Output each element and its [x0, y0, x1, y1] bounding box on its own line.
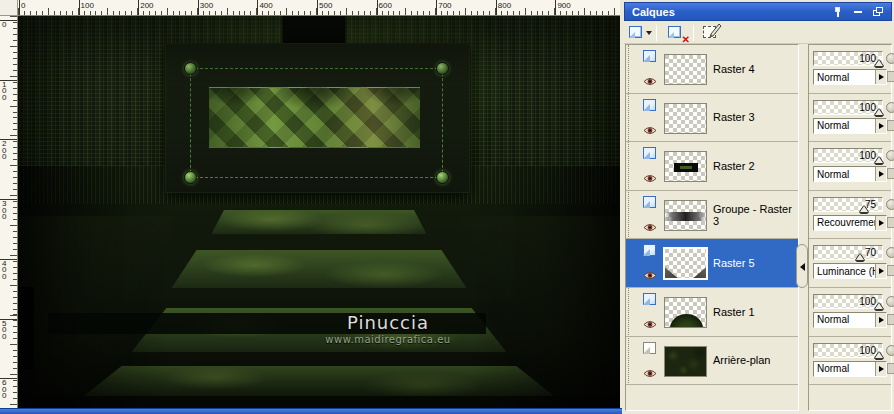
opacity-slider-handle[interactable] [875, 303, 883, 309]
lock-icon[interactable] [886, 247, 894, 258]
layer-row[interactable]: Arrière-plan [626, 337, 798, 386]
collapse-handle[interactable] [796, 244, 808, 288]
opacity-slider-handle[interactable] [875, 60, 883, 66]
dropdown-arrow-icon[interactable] [875, 264, 886, 278]
visibility-eye-icon[interactable] [643, 72, 657, 82]
minimize-icon[interactable] [851, 6, 865, 18]
visibility-eye-icon[interactable] [643, 169, 657, 179]
ruler-label: 5 0 0 [2, 321, 6, 341]
palette-splitter[interactable] [799, 44, 808, 411]
link-toggle-icon[interactable] [887, 217, 894, 228]
layer-thumbnail[interactable] [664, 151, 707, 182]
lock-icon[interactable] [886, 53, 894, 64]
blend-mode-dropdown[interactable]: Normal [813, 361, 887, 377]
dropdown-arrow-icon[interactable] [875, 216, 886, 230]
pin-icon[interactable] [831, 6, 845, 18]
opacity-slider[interactable]: 100 [813, 343, 883, 358]
layer-thumbnail[interactable] [664, 200, 707, 231]
lock-icon[interactable] [886, 199, 894, 210]
lock-icon[interactable] [886, 296, 894, 307]
blend-mode-dropdown[interactable]: Normal [813, 69, 887, 85]
image-canvas[interactable]: Pinuccia www.maidiregrafica.eu [18, 16, 620, 408]
layer-type-icon [642, 50, 658, 64]
dropdown-arrow-icon[interactable] [875, 362, 886, 376]
layer-thumbnail[interactable] [664, 297, 707, 328]
layer-name: Groupe - Raster 3 [713, 191, 798, 239]
layer-type-icon [642, 342, 658, 356]
edit-selection-button[interactable] [702, 23, 726, 43]
layer-row[interactable]: Raster 1 [626, 288, 798, 337]
link-toggle-icon[interactable] [887, 363, 894, 374]
dropdown-arrow-icon[interactable] [875, 70, 886, 84]
opacity-value: 100 [859, 53, 876, 64]
delete-layer-button[interactable]: ✕ [665, 23, 689, 43]
opacity-slider[interactable]: 100 [813, 51, 883, 66]
layer-type-icon [642, 99, 658, 113]
blend-mode-value: Normal [814, 72, 875, 83]
opacity-slider[interactable]: 100 [813, 294, 883, 309]
visibility-eye-icon[interactable] [643, 315, 657, 325]
opacity-slider[interactable]: 75 [813, 197, 883, 212]
opacity-value: 100 [859, 296, 876, 307]
layer-row-selected[interactable]: Raster 5 [626, 239, 798, 288]
ruler-label: 500 [319, 1, 332, 10]
lock-icon[interactable] [886, 150, 894, 161]
layer-name: Raster 4 [713, 45, 755, 93]
blend-mode-value: Normal [814, 314, 875, 325]
layer-thumbnail[interactable] [664, 248, 707, 279]
link-toggle-icon[interactable] [887, 120, 894, 131]
opacity-slider[interactable]: 100 [813, 100, 883, 115]
link-toggle-icon[interactable] [887, 265, 894, 276]
layer-property-row: 100 Normal [809, 45, 891, 94]
lock-icon[interactable] [886, 345, 894, 356]
layer-type-icon [642, 244, 658, 258]
blend-mode-value: Normal [814, 169, 875, 180]
blend-mode-dropdown[interactable]: Recouvrement [813, 215, 887, 231]
palette-titlebar[interactable]: Calques [624, 2, 892, 21]
visibility-eye-icon[interactable] [643, 364, 657, 374]
blend-mode-dropdown[interactable]: Normal [813, 166, 887, 182]
ruler-label: 1 0 0 [2, 82, 6, 102]
opacity-slider-handle[interactable] [875, 109, 883, 115]
layer-row[interactable]: Raster 2 [626, 142, 798, 191]
ruler-label: 2 0 0 [2, 141, 6, 161]
opacity-slider-handle[interactable] [856, 254, 864, 260]
layer-property-row: 75 Recouvrement [809, 191, 891, 240]
link-toggle-icon[interactable] [887, 71, 894, 82]
layer-type-icon [642, 147, 658, 161]
toolbar-separator [656, 25, 657, 41]
layer-thumbnail[interactable] [664, 103, 707, 134]
dropdown-arrow-icon[interactable] [875, 119, 886, 133]
blend-mode-dropdown[interactable]: Luminance (H) [813, 263, 887, 279]
layer-name: Raster 1 [713, 288, 755, 336]
dropdown-arrow-icon[interactable] [875, 313, 886, 327]
blend-mode-value: Normal [814, 120, 875, 131]
visibility-eye-icon[interactable] [643, 218, 657, 228]
link-toggle-icon[interactable] [887, 314, 894, 325]
layer-type-icon [642, 293, 658, 307]
new-raster-layer-button[interactable] [628, 23, 652, 43]
layer-row[interactable]: Raster 4 [626, 45, 798, 94]
link-toggle-icon[interactable] [887, 168, 894, 179]
palette-title: Calques [625, 6, 831, 18]
opacity-slider-handle[interactable] [875, 352, 883, 358]
opacity-slider-handle[interactable] [860, 206, 868, 212]
opacity-slider[interactable]: 100 [813, 148, 883, 163]
blend-mode-dropdown[interactable]: Normal [813, 118, 887, 134]
ruler-label: 900 [557, 1, 570, 10]
layer-thumbnail[interactable] [664, 346, 707, 377]
float-window-icon[interactable] [871, 6, 885, 18]
opacity-slider-handle[interactable] [875, 157, 883, 163]
visibility-eye-icon[interactable] [643, 266, 657, 276]
vertical-ruler: 01 0 02 0 03 0 04 0 05 0 06 0 0 [0, 16, 18, 408]
blend-mode-dropdown[interactable]: Normal [813, 312, 887, 328]
lock-icon[interactable] [886, 102, 894, 113]
visibility-eye-icon[interactable] [643, 121, 657, 131]
toolbar-separator [693, 25, 694, 41]
opacity-slider[interactable]: 70 [813, 245, 883, 260]
layer-thumbnail[interactable] [664, 54, 707, 85]
dropdown-arrow-icon[interactable] [875, 167, 886, 181]
chevron-down-icon[interactable] [646, 31, 652, 35]
layer-row[interactable]: Raster 3 [626, 94, 798, 143]
layer-row[interactable]: Groupe - Raster 3 [626, 191, 798, 240]
